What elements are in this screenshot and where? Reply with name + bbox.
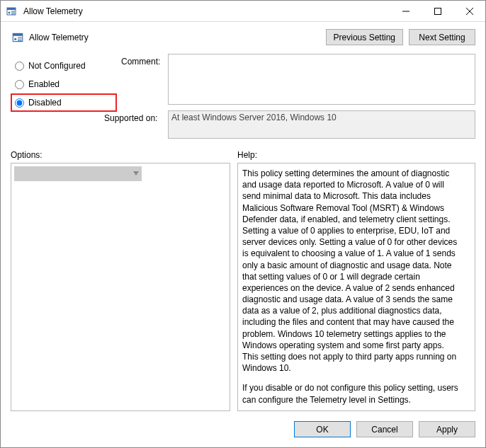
state-radio-group: Not Configured Enabled Disabled [11,54,117,139]
svg-rect-8 [13,33,23,35]
maximize-button[interactable] [422,1,453,21]
window-title: Allow Telemetry [22,6,390,16]
panels: This policy setting determines the amoun… [1,163,485,411]
svg-rect-4 [434,8,441,14]
header: Allow Telemetry Previous Setting Next Se… [1,22,485,51]
radio-not-configured-input[interactable] [15,62,24,71]
help-panel: This policy setting determines the amoun… [237,163,475,411]
radio-label: Disabled [28,98,62,108]
help-paragraph: This policy setting determines the amoun… [242,168,462,374]
svg-rect-1 [7,8,16,10]
titlebar: Allow Telemetry [1,1,485,22]
next-setting-button[interactable]: Next Setting [409,29,475,45]
window-controls [390,1,485,21]
cancel-button[interactable]: Cancel [356,421,413,437]
options-label: Options: [11,150,230,160]
radio-not-configured[interactable]: Not Configured [11,57,117,75]
supported-label: Supported on: [104,110,164,139]
radio-disabled[interactable]: Disabled [11,93,117,112]
options-combo-disabled [14,166,142,181]
policy-icon [11,30,25,45]
close-button[interactable] [453,1,485,21]
radio-enabled-input[interactable] [15,80,24,89]
help-label: Help: [237,150,475,160]
minimize-button[interactable] [390,1,422,21]
options-panel [11,163,230,411]
ok-button[interactable]: OK [294,421,351,437]
apply-button[interactable]: Apply [419,421,475,437]
supported-textarea [168,110,475,139]
svg-point-2 [9,11,11,13]
radio-enabled[interactable]: Enabled [11,75,117,93]
comment-label: Comment: [121,54,164,105]
comment-textarea[interactable] [168,54,475,105]
svg-point-9 [14,38,16,40]
help-paragraph: If you disable or do not configure this … [242,382,462,405]
previous-setting-button[interactable]: Previous Setting [326,29,403,45]
upper-section: Not Configured Enabled Disabled Comment:… [1,51,485,139]
policy-title: Allow Telemetry [29,32,320,42]
window-icon [1,6,22,17]
radio-disabled-input[interactable] [15,98,24,108]
panel-labels: Options: Help: [1,139,485,163]
footer: OK Cancel Apply [1,411,485,447]
radio-label: Not Configured [28,61,86,71]
radio-label: Enabled [28,79,60,89]
